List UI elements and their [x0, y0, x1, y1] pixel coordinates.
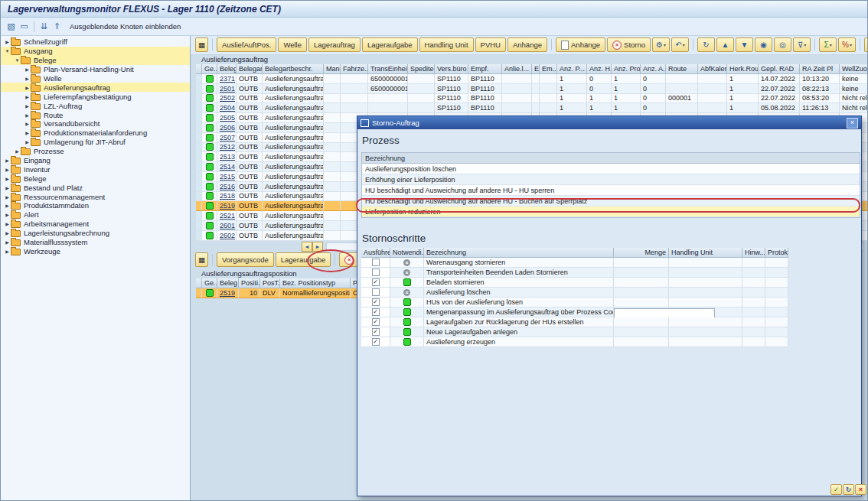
- column-header[interactable]: Beleg: [217, 278, 239, 288]
- print-button[interactable]: ▤: [864, 37, 868, 52]
- column-header[interactable]: Herk.Rou...: [727, 64, 759, 74]
- column-header[interactable]: Bez. Positionstyp: [280, 278, 351, 288]
- process-column-header[interactable]: Bezeichnung: [362, 153, 860, 164]
- sidebar-item-bestand-und-platz[interactable]: ▶Bestand und Platz: [1, 183, 190, 192]
- toolbar-button-lageraufgabe[interactable]: Lageraufgabe: [362, 37, 418, 52]
- undo-button[interactable]: ↶▾: [671, 37, 689, 52]
- toolbar-button-pvhu[interactable]: PVHU: [475, 37, 506, 52]
- anhaenge-button[interactable]: Anhänge: [556, 37, 605, 52]
- checkbox-checked-icon[interactable]: ✓: [372, 308, 380, 316]
- row-select-cell[interactable]: [196, 172, 202, 182]
- toolbar-button-lageraufgabe[interactable]: Lageraufgabe: [276, 252, 331, 267]
- table-corner-cell[interactable]: [196, 278, 202, 288]
- table-row[interactable]: 2502OUTBAuslieferungsauftragSP1110BP1110…: [196, 94, 868, 104]
- toolbar-button-welle[interactable]: Welle: [278, 37, 307, 52]
- document-link[interactable]: 2513: [220, 153, 235, 161]
- document-link[interactable]: 2504: [220, 104, 235, 112]
- column-header[interactable]: Route: [666, 64, 698, 74]
- column-header[interactable]: Em...: [540, 64, 557, 74]
- row-select-cell[interactable]: [196, 288, 202, 298]
- row-select-cell[interactable]: [196, 84, 202, 94]
- column-header[interactable]: WellZuord...: [840, 64, 868, 74]
- chevron-right-icon[interactable]: ▶: [4, 203, 11, 208]
- checkbox-checked-icon[interactable]: ✓: [372, 328, 380, 336]
- column-header[interactable]: RA Zeit Pl: [800, 64, 840, 74]
- row-select-cell[interactable]: [196, 94, 202, 104]
- sum-button[interactable]: Σ▾: [819, 37, 837, 52]
- document-link[interactable]: 2519: [220, 202, 235, 210]
- row-select-cell[interactable]: [196, 182, 202, 192]
- refresh-button[interactable]: ↻: [843, 484, 854, 495]
- positions-details-button[interactable]: ▦: [195, 252, 208, 267]
- process-list-item[interactable]: Erhöhung einer Lieferposition: [362, 174, 860, 185]
- toolbar-button-anh-nge[interactable]: Anhänge: [507, 37, 547, 52]
- document-link[interactable]: 2507: [220, 134, 235, 142]
- chevron-right-icon[interactable]: ▶: [4, 185, 11, 190]
- chevron-right-icon[interactable]: ▶: [4, 239, 11, 245]
- checkbox-checked-icon[interactable]: ✓: [372, 278, 380, 286]
- expand-hidden-nodes-icon[interactable]: ⇊: [38, 21, 50, 31]
- column-header[interactable]: Positi...: [239, 278, 260, 288]
- scroll-left-icon[interactable]: ◄: [302, 242, 312, 252]
- column-header[interactable]: Anz. P...: [557, 64, 587, 74]
- row-select-cell[interactable]: [196, 211, 202, 221]
- sidebar-item-werkzeuge[interactable]: ▶Werkzeuge: [1, 246, 190, 255]
- sidebar-item-versand-bersicht[interactable]: ▶Versandübersicht: [1, 119, 190, 129]
- sidebar-item-produktstammdaten[interactable]: ▶Produktstammdaten: [1, 201, 190, 210]
- column-header[interactable]: Anlie.l...: [502, 64, 532, 74]
- chevron-right-icon[interactable]: ▶: [4, 167, 11, 172]
- sidebar-item-welle[interactable]: ▶Welle: [1, 74, 190, 83]
- document-link[interactable]: 2518: [220, 192, 235, 200]
- chevron-right-icon[interactable]: ▶: [24, 103, 31, 109]
- sort-descending-button[interactable]: ▼: [736, 37, 753, 52]
- checkbox-unchecked-icon[interactable]: [372, 268, 380, 276]
- process-list-item[interactable]: HU beschädigt und Ausweichung auf andere…: [362, 185, 860, 196]
- checkbox-checked-icon[interactable]: ✓: [372, 298, 380, 306]
- table-row[interactable]: 2504OUTBAuslieferungsauftragSP1110BP1110…: [196, 103, 868, 113]
- sidebar-item-lieferempfangsbest-tigung[interactable]: ▶Lieferempfangsbestätigung: [1, 92, 190, 101]
- chevron-right-icon[interactable]: ▶: [4, 230, 11, 236]
- document-link[interactable]: 2601: [220, 222, 235, 229]
- chevron-right-icon[interactable]: ▶: [4, 158, 11, 163]
- row-select-cell[interactable]: [196, 113, 202, 123]
- checkbox-checked-icon[interactable]: ✓: [372, 338, 380, 346]
- cancel-button[interactable]: ×: [855, 484, 866, 495]
- column-header[interactable]: Bezeichnung: [424, 248, 614, 258]
- chevron-right-icon[interactable]: ▶: [14, 148, 21, 154]
- column-header[interactable]: Beleg: [217, 64, 237, 74]
- sidebar-item-route[interactable]: ▶Route: [1, 110, 190, 119]
- column-header[interactable]: Ausführe...: [361, 248, 390, 258]
- column-header[interactable]: Manu...: [324, 64, 341, 74]
- sidebar-item-produktionsmaterialanforderung[interactable]: ▶Produktionsmaterialanforderung: [1, 129, 190, 138]
- chevron-right-icon[interactable]: ▶: [24, 121, 31, 126]
- sidebar-item-auslieferungsauftrag[interactable]: ▶Auslieferungsauftrag: [1, 83, 190, 92]
- sidebar-item-umlagerung-f-r-jit-abruf[interactable]: ▶Umlagerung für JIT-Abruf: [1, 138, 190, 147]
- document-link[interactable]: 2602: [220, 232, 235, 239]
- chevron-right-icon[interactable]: ▶: [4, 176, 11, 181]
- row-select-cell[interactable]: [196, 162, 202, 172]
- document-link[interactable]: 2506: [220, 124, 235, 132]
- column-header[interactable]: Ge...: [202, 64, 217, 74]
- toolbar-button-handling-unit[interactable]: Handling Unit: [419, 37, 474, 52]
- row-select-cell[interactable]: [196, 74, 202, 84]
- document-link[interactable]: 2512: [220, 143, 235, 151]
- dialog-close-icon[interactable]: ×: [847, 118, 858, 129]
- column-header[interactable]: Anz. A...: [641, 64, 666, 74]
- checkbox-unchecked-icon[interactable]: [372, 288, 380, 296]
- row-select-cell[interactable]: [196, 152, 202, 162]
- sidebar-item-ausgang[interactable]: ▼Ausgang: [1, 47, 190, 56]
- column-header[interactable]: AbfKalen...: [698, 64, 727, 74]
- column-header[interactable]: Menge: [614, 248, 669, 258]
- sidebar-item-eingang[interactable]: ▶Eingang: [1, 156, 190, 165]
- chevron-right-icon[interactable]: ▶: [4, 221, 11, 226]
- chevron-right-icon[interactable]: ▶: [24, 139, 31, 145]
- column-header[interactable]: Spedite...: [408, 64, 435, 74]
- table-row[interactable]: 2501OUTBAuslieferungsauftrag6500000001SP…: [196, 84, 868, 94]
- process-list-item[interactable]: Lieferposition reduzieren: [362, 207, 860, 217]
- document-link[interactable]: 2516: [220, 183, 235, 190]
- column-header[interactable]: TransEinheit: [368, 64, 408, 74]
- chevron-right-icon[interactable]: ▶: [4, 39, 11, 44]
- subtotal-button[interactable]: %▾: [838, 37, 856, 52]
- sidebar-item-inventur[interactable]: ▶Inventur: [1, 164, 190, 174]
- chevron-right-icon[interactable]: ▶: [24, 112, 31, 118]
